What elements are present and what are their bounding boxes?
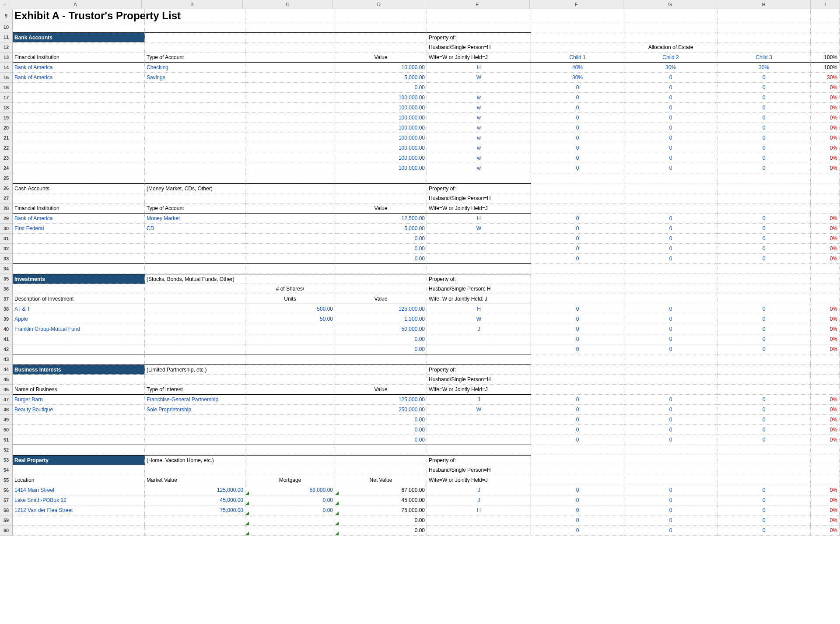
cell-A33[interactable] [13,254,145,264]
cell-G18[interactable]: 0 [624,103,718,113]
col-header-E[interactable]: E [425,0,530,9]
cell-F17[interactable]: 0 [531,93,624,103]
cell-E56[interactable]: J [427,485,531,495]
cell-B38[interactable] [145,304,245,314]
cell-I17[interactable]: 0% [811,93,840,103]
col-header-B[interactable]: B [142,0,243,9]
cell-B41[interactable] [145,334,245,344]
cell-A57[interactable]: Lake Smith-POBox 12 [13,495,145,505]
cell-I24[interactable]: 0% [811,163,840,173]
cell-A32[interactable] [13,244,145,254]
cell-A24[interactable] [13,163,145,173]
cell-A31[interactable] [13,234,145,244]
col-header-D[interactable]: D [333,0,425,9]
cell-H57[interactable]: 0 [718,495,811,505]
cell-H32[interactable]: 0 [718,244,811,254]
cell-E20[interactable]: w [427,123,531,133]
cell-E23[interactable]: w [427,153,531,163]
cell-I19[interactable]: 0% [811,113,840,123]
cell-I18[interactable]: 0% [811,103,840,113]
cell-F14[interactable]: 40% [531,63,624,73]
cell-E39[interactable]: W [427,314,531,324]
cell-F23[interactable]: 0 [531,153,624,163]
cell-D31[interactable]: 0.00 [335,234,427,244]
cell-G21[interactable]: 0 [624,133,718,143]
cell-B24[interactable] [145,163,245,173]
cell-A14[interactable]: Bank of America [13,63,145,73]
cell-F56[interactable]: 0 [531,485,624,495]
cell-G17[interactable]: 0 [624,93,718,103]
cell-A20[interactable] [13,123,145,133]
cell-G39[interactable]: 0 [624,314,718,324]
cell-I32[interactable]: 0% [811,244,840,254]
cell-B40[interactable] [145,324,245,334]
cell-I23[interactable]: 0% [811,153,840,163]
cell-H18[interactable]: 0 [718,103,811,113]
cell-D59[interactable]: 0.00 [335,515,427,526]
cell-A50[interactable] [13,425,145,435]
cell-B59[interactable] [145,515,245,526]
cell-H51[interactable]: 0 [718,435,811,445]
cell-A17[interactable] [13,93,145,103]
cell-D22[interactable]: 100,000.00 [335,143,427,153]
cell-D29[interactable]: 12,500.00 [335,214,427,224]
cell-A40[interactable]: Franklin Group-Mutual Fund [13,324,145,334]
cell-E50[interactable] [427,425,531,435]
cell-H23[interactable]: 0 [718,153,811,163]
cell-D60[interactable]: 0.00 [335,526,427,536]
cell-E51[interactable] [427,435,531,445]
cell-B32[interactable] [145,244,245,254]
col-header-I[interactable]: I [811,0,840,9]
cell-G14[interactable]: 30% [624,63,718,73]
cell-C23[interactable] [245,153,335,163]
cell-B42[interactable] [145,344,245,354]
cell-B57[interactable]: 45,000.00 [145,495,245,505]
cell-I38[interactable]: 0% [811,304,840,314]
cell-A29[interactable]: Bank of America [13,214,145,224]
cell-F47[interactable]: 0 [531,395,624,405]
cell-H41[interactable]: 0 [718,334,811,344]
cell-A42[interactable] [13,344,145,354]
cell-C60[interactable] [245,526,335,536]
cell-H42[interactable]: 0 [718,344,811,354]
cell-E24[interactable]: w [427,163,531,173]
cell-G23[interactable]: 0 [624,153,718,163]
cell-I51[interactable]: 0% [811,435,840,445]
cell-G56[interactable]: 0 [624,485,718,495]
cell-G48[interactable]: 0 [624,405,718,415]
cell-B47[interactable]: Franchise-General Partnership [145,395,245,405]
cell-C41[interactable] [245,334,335,344]
cell-H58[interactable]: 0 [718,505,811,515]
cell-A18[interactable] [13,103,145,113]
cell-C22[interactable] [245,143,335,153]
cell-C38[interactable]: 500.00 [245,304,335,314]
cell-C49[interactable] [245,415,335,425]
cell-B39[interactable] [145,314,245,324]
cell-D18[interactable]: 100,000.00 [335,103,427,113]
cell-B20[interactable] [145,123,245,133]
cell-D56[interactable]: 67,000.00 [335,485,427,495]
cell-A49[interactable] [13,415,145,425]
cell-B23[interactable] [145,153,245,163]
cell-B21[interactable] [145,133,245,143]
cell-B51[interactable] [145,435,245,445]
cell-C32[interactable] [245,244,335,254]
cell-D57[interactable]: 45,000.00 [335,495,427,505]
cell-G30[interactable]: 0 [624,224,718,234]
cell-I22[interactable]: 0% [811,143,840,153]
cell-F29[interactable]: 0 [531,214,624,224]
cell-C40[interactable] [245,324,335,334]
cell-E19[interactable]: w [427,113,531,123]
cell-E18[interactable]: w [427,103,531,113]
cell-A41[interactable] [13,334,145,344]
cell-H48[interactable]: 0 [718,405,811,415]
cell-H30[interactable]: 0 [718,224,811,234]
cell-G29[interactable]: 0 [624,214,718,224]
cell-B30[interactable]: CD [145,224,245,234]
cell-F50[interactable]: 0 [531,425,624,435]
cell-I42[interactable]: 0% [811,344,840,354]
cell-E47[interactable]: J [427,395,531,405]
cell-F57[interactable]: 0 [531,495,624,505]
cell-C50[interactable] [245,425,335,435]
cell-H59[interactable]: 0 [718,515,811,526]
